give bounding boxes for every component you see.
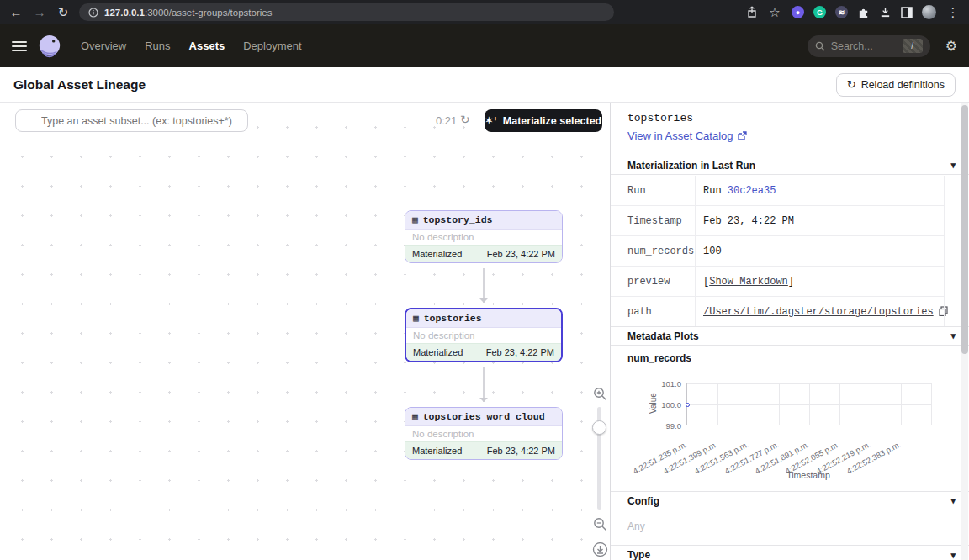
section-metadata-plots[interactable]: Metadata Plots ▾ xyxy=(611,326,969,346)
lineage-canvas[interactable]: 0:21 ↻ ✶⁺ Materialize selected ▦ topstor… xyxy=(0,103,610,560)
page-header: Global Asset Lineage ↻ Reload definition… xyxy=(0,67,969,103)
materialize-selected-button[interactable]: ✶⁺ Materialize selected xyxy=(484,109,602,132)
num-records-chart: Value Timestamp 101.0100.099.04:22:51.23… xyxy=(611,377,969,491)
show-markdown-link[interactable]: Show Markdown xyxy=(709,276,788,288)
asset-node-topstory-ids[interactable]: ▦ topstory_ids No description Materializ… xyxy=(405,210,563,263)
plot-title: num_records xyxy=(627,352,691,364)
gridline xyxy=(931,383,932,425)
gridline xyxy=(687,404,931,405)
section-materialization-in-last-run[interactable]: Materialization in Last Run ▾ xyxy=(611,156,969,175)
asset-node-header: ▦ topstory_ids xyxy=(405,211,562,230)
reload-definitions-button[interactable]: ↻ Reload definitions xyxy=(836,73,956,97)
search-placeholder: Search... xyxy=(831,40,873,52)
metadata-row-path: path /Users/tim/.dagster/storage/topstor… xyxy=(611,297,944,327)
zoom-out-icon[interactable] xyxy=(593,517,607,531)
external-link-icon xyxy=(738,131,747,140)
asset-details-panel: topstories View in Asset Catalog Materia… xyxy=(610,103,969,560)
app-nav-bar: Overview Runs Assets Deployment Search..… xyxy=(0,24,969,67)
gridline xyxy=(687,383,931,384)
y-tick-label: 99.0 xyxy=(648,421,681,431)
table-icon: ▦ xyxy=(413,313,419,324)
y-tick-label: 100.0 xyxy=(648,400,681,409)
asset-node-description: No description xyxy=(406,328,561,343)
zoom-in-icon[interactable] xyxy=(593,387,607,401)
asset-node-status: MaterializedFeb 23, 4:22 PM xyxy=(406,343,561,361)
extension-icon-1[interactable]: ● xyxy=(792,6,804,18)
asset-node-header: ▦ topstories_word_cloud xyxy=(405,408,562,426)
main-area: 0:21 ↻ ✶⁺ Materialize selected ▦ topstor… xyxy=(0,103,969,560)
sparkle-icon: ✶⁺ xyxy=(485,116,498,125)
panel-scrollbar-thumb[interactable] xyxy=(961,105,968,354)
asset-node-topstories[interactable]: ▦ topstories No description Materialized… xyxy=(405,308,563,362)
share-icon[interactable] xyxy=(746,6,758,18)
section-config[interactable]: Config ▾ xyxy=(611,491,969,510)
asset-node-status: MaterializedFeb 23, 4:22 PM xyxy=(405,245,562,262)
profile-avatar[interactable] xyxy=(922,5,936,19)
refresh-countdown: 0:21 xyxy=(436,114,457,127)
address-bar[interactable]: 127.0.0.1:3000/asset-groups/topstories xyxy=(79,3,614,21)
settings-gear-icon[interactable]: ⚙ xyxy=(945,38,957,54)
path-link[interactable]: /Users/tim/.dagster/storage/topstories xyxy=(703,306,934,318)
chevron-down-icon[interactable]: ▾ xyxy=(950,495,956,506)
sidebar-panel-icon[interactable] xyxy=(901,7,913,18)
chevron-down-icon[interactable]: ▾ xyxy=(950,160,956,171)
bookmark-star-icon[interactable]: ☆ xyxy=(767,6,782,18)
browser-back-icon[interactable]: ← xyxy=(8,6,24,18)
nav-item-runs[interactable]: Runs xyxy=(145,40,170,52)
zoom-slider-handle[interactable] xyxy=(592,420,606,435)
screen: ← → ↻ 127.0.0.1:3000/asset-groups/topsto… xyxy=(0,0,969,560)
chevron-down-icon[interactable]: ▾ xyxy=(950,330,956,341)
page-title: Global Asset Lineage xyxy=(13,77,146,92)
search-shortcut-badge: / xyxy=(903,39,923,53)
asset-node-description: No description xyxy=(405,426,562,441)
reload-icon: ↻ xyxy=(847,78,856,91)
table-icon: ▦ xyxy=(412,411,418,422)
asset-node-topstories-word-cloud[interactable]: ▦ topstories_word_cloud No description M… xyxy=(405,407,563,460)
goggles-extension-icon[interactable]: ≋ xyxy=(835,6,848,18)
url-text: 127.0.0.1:3000/asset-groups/topstories xyxy=(104,8,272,18)
search-icon xyxy=(815,41,825,51)
nav-item-deployment[interactable]: Deployment xyxy=(243,40,301,52)
extensions-puzzle-icon[interactable] xyxy=(857,6,870,18)
site-info-icon[interactable] xyxy=(88,8,98,18)
lineage-edge xyxy=(483,268,484,303)
chevron-down-icon[interactable]: ▾ xyxy=(950,550,956,560)
table-icon: ▦ xyxy=(412,214,418,225)
browser-toolbar-icons: ☆ ● G ≋ ⋮ xyxy=(746,5,961,19)
browser-chrome: ← → ↻ 127.0.0.1:3000/asset-groups/topsto… xyxy=(0,0,969,24)
asset-node-description: No description xyxy=(405,230,562,245)
global-search[interactable]: Search... / xyxy=(808,35,930,57)
data-point xyxy=(686,403,690,407)
metadata-row-num-records: num_records 100 xyxy=(611,236,944,267)
plot-area xyxy=(686,383,930,425)
table-right-border xyxy=(944,176,945,326)
view-in-asset-catalog-link[interactable]: View in Asset Catalog xyxy=(627,129,747,142)
run-id-link[interactable]: 30c2ea35 xyxy=(728,185,776,197)
browser-forward-icon[interactable]: → xyxy=(32,6,47,18)
selected-asset-name: topstories xyxy=(627,112,693,124)
browser-reload-icon[interactable]: ↻ xyxy=(56,6,71,18)
metadata-row-run: Run Run 30c2ea35 xyxy=(611,176,944,206)
lineage-edge xyxy=(483,367,484,402)
refresh-now-icon[interactable]: ↻ xyxy=(460,113,470,126)
chrome-menu-icon[interactable]: ⋮ xyxy=(945,6,961,18)
metadata-row-preview: preview [Show Markdown] xyxy=(611,267,944,297)
asset-node-status: MaterializedFeb 23, 4:22 PM xyxy=(405,441,562,459)
table-column-divider xyxy=(695,176,696,326)
dagster-logo[interactable] xyxy=(37,34,62,59)
metadata-row-timestamp: Timestamp Feb 23, 4:22 PM xyxy=(611,206,944,236)
config-value: Any xyxy=(627,520,645,532)
asset-subset-input[interactable] xyxy=(15,109,248,132)
zoom-to-fit-icon[interactable] xyxy=(592,542,608,557)
downloads-icon[interactable] xyxy=(879,6,892,18)
asset-node-header: ▦ topstories xyxy=(406,309,561,328)
section-type[interactable]: Type ▾ xyxy=(611,545,969,560)
hamburger-menu-icon[interactable] xyxy=(12,41,27,51)
y-tick-label: 101.0 xyxy=(648,379,681,388)
nav-item-assets[interactable]: Assets xyxy=(189,40,225,52)
nav-item-overview[interactable]: Overview xyxy=(81,40,126,52)
grammarly-icon[interactable]: G xyxy=(813,6,826,18)
